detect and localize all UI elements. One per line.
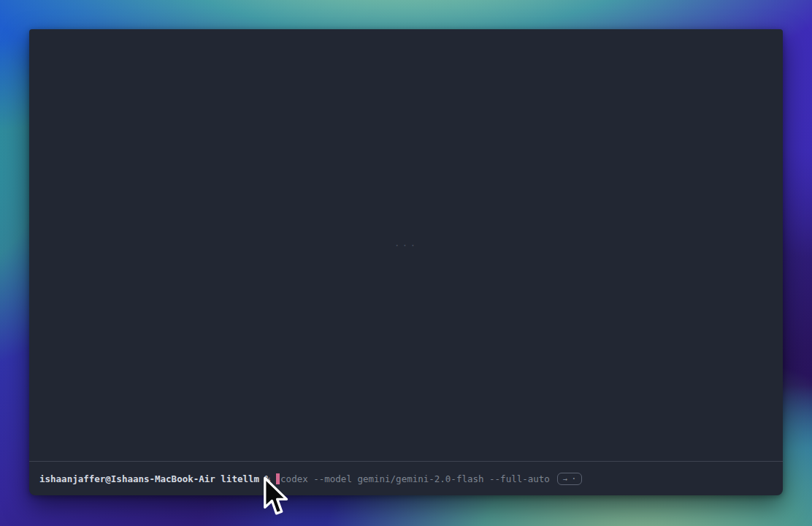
terminal-window[interactable]: ··· ishaanjaffer@Ishaans-MacBook-Air lit… [29, 29, 783, 495]
accept-suggestion-hint: → · [557, 473, 583, 485]
terminal-output-area: ··· [29, 29, 783, 461]
autosuggestion-command: codex --model gemini/gemini-2.0-flash --… [280, 473, 550, 484]
command-prompt-line[interactable]: ishaanjaffer@Ishaans-MacBook-Air litellm… [29, 462, 783, 495]
text-cursor [276, 473, 280, 484]
loading-ellipsis: ··· [394, 240, 418, 251]
right-arrow-icon: → [563, 474, 567, 483]
shell-prompt: ishaanjaffer@Ishaans-MacBook-Air litellm… [39, 473, 270, 484]
dot-icon: · [571, 475, 576, 482]
